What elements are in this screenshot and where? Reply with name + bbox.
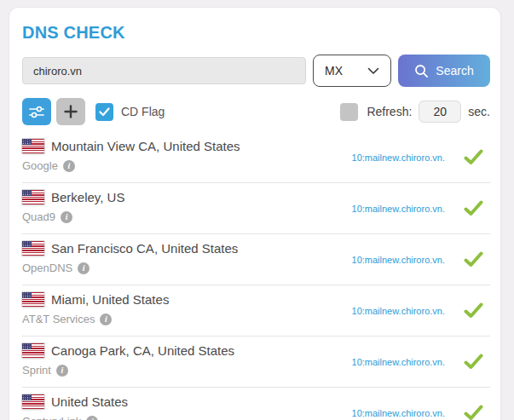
result-right: 10:mailnew.chiroro.vn. <box>352 337 483 387</box>
cd-flag-checkbox[interactable] <box>95 103 113 121</box>
record-link[interactable]: 10:mailnew.chiroro.vn. <box>352 204 445 214</box>
result-location: Miami, United States <box>51 292 169 307</box>
dns-result-row: Canoga Park, CA, United States Sprint i … <box>22 337 490 388</box>
plus-icon <box>64 105 78 118</box>
result-provider: Quad9 <box>22 210 55 223</box>
dns-result-row: Mountain View CA, United States Google i… <box>22 132 490 183</box>
cd-flag-label: CD Flag <box>121 105 165 118</box>
result-location: San Francisco CA, United States <box>51 241 238 256</box>
result-location: Canoga Park, CA, United States <box>51 343 234 358</box>
result-location: Berkeley, US <box>51 190 124 204</box>
result-right: 10:mailnew.chiroro.vn. <box>352 388 483 420</box>
us-flag-icon <box>22 241 44 256</box>
dns-result-row: San Francisco CA, United States OpenDNS … <box>22 234 490 285</box>
result-location: Mountain View CA, United States <box>51 139 240 153</box>
sliders-icon <box>28 105 45 119</box>
record-link[interactable]: 10:mailnew.chiroro.vn. <box>352 255 445 265</box>
info-icon[interactable]: i <box>56 365 68 377</box>
us-flag-icon <box>22 394 44 409</box>
refresh-label: Refresh: <box>367 105 412 118</box>
results-list: Mountain View CA, United States Google i… <box>22 132 490 420</box>
refresh-unit-label: sec. <box>468 105 490 118</box>
info-icon[interactable]: i <box>61 211 72 223</box>
status-ok-icon <box>464 302 483 319</box>
result-provider: CenturyLink <box>22 415 81 420</box>
search-icon <box>414 64 429 78</box>
result-right: 10:mailnew.chiroro.vn. <box>352 234 483 285</box>
status-ok-icon <box>464 251 483 268</box>
add-server-button[interactable] <box>56 98 85 125</box>
filter-settings-button[interactable] <box>22 98 51 125</box>
chevron-down-icon <box>367 63 379 78</box>
result-provider: Google <box>22 159 58 172</box>
result-provider: AT&T Services <box>22 313 95 325</box>
dns-result-row: Miami, United States AT&T Services i 10:… <box>22 285 490 337</box>
page-title: DNS CHECK <box>22 23 490 43</box>
record-link[interactable]: 10:mailnew.chiroro.vn. <box>352 357 445 367</box>
result-provider: Sprint <box>22 364 51 377</box>
record-link[interactable]: 10:mailnew.chiroro.vn. <box>352 306 445 316</box>
info-icon[interactable]: i <box>100 314 112 325</box>
record-type-value: MX <box>325 64 343 78</box>
us-flag-icon <box>22 292 44 307</box>
info-icon[interactable]: i <box>63 160 75 172</box>
info-icon[interactable]: i <box>78 262 90 274</box>
refresh-checkbox[interactable] <box>340 103 358 121</box>
status-ok-icon <box>464 200 483 216</box>
dns-check-panel: DNS CHECK MX Search <box>9 7 501 420</box>
result-provider: OpenDNS <box>22 262 72 274</box>
dns-result-row: Berkeley, US Quad9 i 10:mailnew.chiroro.… <box>22 183 490 234</box>
status-ok-icon <box>464 149 483 165</box>
refresh-interval-input[interactable] <box>419 101 461 123</box>
result-right: 10:mailnew.chiroro.vn. <box>352 183 483 233</box>
record-link[interactable]: 10:mailnew.chiroro.vn. <box>352 408 445 418</box>
search-button-label: Search <box>436 64 473 78</box>
us-flag-icon <box>22 343 44 358</box>
record-type-select[interactable]: MX <box>313 55 391 87</box>
search-row: MX Search <box>22 55 490 87</box>
status-ok-icon <box>464 354 483 370</box>
search-button[interactable]: Search <box>398 55 490 87</box>
info-icon[interactable]: i <box>86 416 98 420</box>
result-right: 10:mailnew.chiroro.vn. <box>352 285 483 336</box>
dns-result-row: United States CenturyLink i 10:mailnew.c… <box>22 388 490 420</box>
controls-row: CD Flag Refresh: sec. <box>22 98 490 125</box>
result-right: 10:mailnew.chiroro.vn. <box>352 132 483 182</box>
us-flag-icon <box>22 190 44 204</box>
result-location: United States <box>51 394 128 409</box>
us-flag-icon <box>22 139 44 153</box>
record-link[interactable]: 10:mailnew.chiroro.vn. <box>352 152 445 163</box>
domain-input[interactable] <box>22 57 306 84</box>
status-ok-icon <box>464 405 483 420</box>
